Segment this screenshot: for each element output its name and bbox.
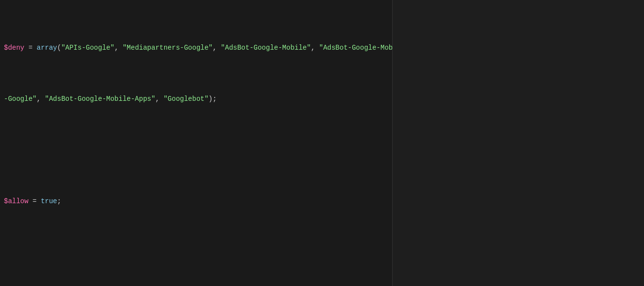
token: $allow (4, 196, 28, 207)
token: "AdsBot-Google-Mobile-Apps" (45, 94, 155, 104)
token: ( (57, 43, 61, 53)
token: $deny (4, 43, 24, 53)
token: array (37, 43, 57, 53)
code-line-4: $allow = true ; (0, 196, 392, 207)
editor-container: $deny = array ( "APIs-Google" , "Mediapa… (0, 0, 644, 286)
token: ); (208, 94, 217, 104)
token: "Googlebot" (164, 94, 208, 104)
token: "APIs-Google" (61, 43, 114, 53)
code-panel[interactable]: $deny = array ( "APIs-Google" , "Mediapa… (0, 0, 392, 286)
token: , (37, 94, 45, 104)
token: ; (57, 196, 61, 207)
token: = (28, 196, 40, 207)
token: , (311, 43, 319, 53)
code-line-1: $deny = array ( "APIs-Google" , "Mediapa… (0, 43, 392, 53)
token: "AdsBot-Google-Mobile" (319, 43, 392, 53)
code-content: $deny = array ( "APIs-Google" , "Mediapa… (0, 0, 392, 286)
token: , (213, 43, 221, 53)
code-line-2: -Google" , "AdsBot-Google-Mobile-Apps" ,… (0, 94, 392, 104)
token: true (41, 196, 57, 207)
token: = (24, 43, 37, 53)
token: "AdsBot-Google-Mobile" (221, 43, 311, 53)
token: , (155, 94, 164, 104)
right-panel (392, 0, 644, 286)
token: -Google" (4, 94, 37, 104)
code-line-5 (0, 248, 392, 258)
code-line-3 (0, 145, 392, 155)
token: , (114, 43, 123, 53)
token: "Mediapartners-Google" (123, 43, 213, 53)
